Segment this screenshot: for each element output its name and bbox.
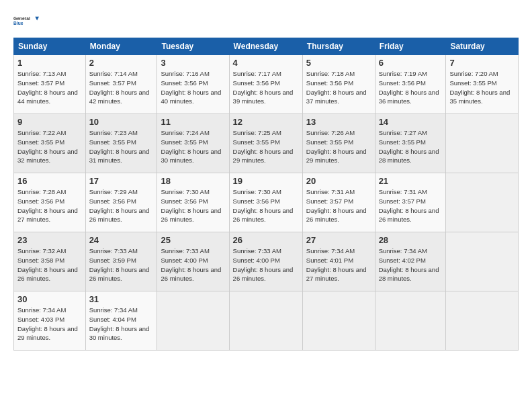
- day-info: Sunrise: 7:29 AMSunset: 3:56 PMDaylight:…: [89, 187, 154, 224]
- logo: General Blue: [13, 11, 39, 31]
- day-info: Sunrise: 7:25 AMSunset: 3:55 PMDaylight:…: [233, 128, 299, 165]
- day-info: Sunrise: 7:33 AMSunset: 4:00 PMDaylight:…: [233, 246, 299, 283]
- calendar-header-tuesday: Tuesday: [157, 38, 229, 55]
- day-number: 11: [161, 117, 225, 127]
- calendar-cell: [446, 173, 519, 232]
- calendar-cell: 9 Sunrise: 7:22 AMSunset: 3:55 PMDayligh…: [14, 114, 86, 173]
- svg-text:Blue: Blue: [13, 21, 24, 26]
- calendar-cell: 26 Sunrise: 7:33 AMSunset: 4:00 PMDaylig…: [229, 232, 302, 291]
- calendar-header-row: SundayMondayTuesdayWednesdayThursdayFrid…: [14, 38, 519, 55]
- calendar-cell: 25 Sunrise: 7:33 AMSunset: 4:00 PMDaylig…: [157, 232, 229, 291]
- day-info: Sunrise: 7:26 AMSunset: 3:55 PMDaylight:…: [306, 128, 371, 165]
- day-info: Sunrise: 7:18 AMSunset: 3:56 PMDaylight:…: [306, 69, 371, 106]
- calendar-week-row: 9 Sunrise: 7:22 AMSunset: 3:55 PMDayligh…: [14, 114, 519, 173]
- day-number: 18: [161, 176, 225, 186]
- header: General Blue: [13, 11, 519, 31]
- calendar-header-thursday: Thursday: [302, 38, 375, 55]
- calendar-cell: 12 Sunrise: 7:25 AMSunset: 3:55 PMDaylig…: [229, 114, 302, 173]
- calendar-cell: 1 Sunrise: 7:13 AMSunset: 3:57 PMDayligh…: [14, 55, 86, 114]
- calendar-cell: 16 Sunrise: 7:28 AMSunset: 3:56 PMDaylig…: [14, 173, 86, 232]
- calendar-cell: 24 Sunrise: 7:33 AMSunset: 3:59 PMDaylig…: [85, 232, 157, 291]
- day-number: 4: [233, 58, 299, 68]
- svg-marker-2: [35, 17, 39, 21]
- logo-svg: General Blue: [13, 11, 39, 31]
- day-number: 25: [161, 235, 225, 245]
- day-info: Sunrise: 7:20 AMSunset: 3:55 PMDaylight:…: [449, 69, 515, 106]
- day-info: Sunrise: 7:30 AMSunset: 3:56 PMDaylight:…: [161, 187, 225, 224]
- calendar-header-monday: Monday: [85, 38, 157, 55]
- day-number: 26: [233, 235, 299, 245]
- day-number: 5: [306, 58, 371, 68]
- day-number: 9: [17, 117, 82, 127]
- calendar-cell: 14 Sunrise: 7:27 AMSunset: 3:55 PMDaylig…: [375, 114, 446, 173]
- calendar-cell: 3 Sunrise: 7:16 AMSunset: 3:56 PMDayligh…: [157, 55, 229, 114]
- calendar-cell: 5 Sunrise: 7:18 AMSunset: 3:56 PMDayligh…: [302, 55, 375, 114]
- calendar-cell: 7 Sunrise: 7:20 AMSunset: 3:55 PMDayligh…: [446, 55, 519, 114]
- day-number: 17: [89, 176, 154, 186]
- calendar-cell: 17 Sunrise: 7:29 AMSunset: 3:56 PMDaylig…: [85, 173, 157, 232]
- day-info: Sunrise: 7:28 AMSunset: 3:56 PMDaylight:…: [17, 187, 82, 224]
- calendar-cell: 19 Sunrise: 7:30 AMSunset: 3:56 PMDaylig…: [229, 173, 302, 232]
- day-info: Sunrise: 7:33 AMSunset: 4:00 PMDaylight:…: [161, 246, 225, 283]
- day-info: Sunrise: 7:34 AMSunset: 4:03 PMDaylight:…: [17, 306, 82, 342]
- day-info: Sunrise: 7:34 AMSunset: 4:04 PMDaylight:…: [89, 306, 154, 342]
- calendar-cell: 21 Sunrise: 7:31 AMSunset: 3:57 PMDaylig…: [375, 173, 446, 232]
- day-number: 3: [161, 58, 225, 68]
- calendar-cell: [229, 291, 302, 351]
- page: General Blue SundayMondayTuesdayWednesda…: [0, 0, 532, 411]
- day-info: Sunrise: 7:23 AMSunset: 3:55 PMDaylight:…: [89, 128, 154, 165]
- day-number: 28: [379, 235, 443, 245]
- day-number: 1: [17, 58, 82, 68]
- calendar-header-sunday: Sunday: [14, 38, 86, 55]
- day-info: Sunrise: 7:14 AMSunset: 3:57 PMDaylight:…: [89, 69, 154, 106]
- day-number: 13: [306, 117, 371, 127]
- day-info: Sunrise: 7:13 AMSunset: 3:57 PMDaylight:…: [17, 69, 82, 106]
- calendar-cell: [157, 291, 229, 351]
- calendar-cell: 13 Sunrise: 7:26 AMSunset: 3:55 PMDaylig…: [302, 114, 375, 173]
- day-info: Sunrise: 7:17 AMSunset: 3:56 PMDaylight:…: [233, 69, 299, 106]
- calendar-table: SundayMondayTuesdayWednesdayThursdayFrid…: [13, 38, 519, 351]
- day-info: Sunrise: 7:22 AMSunset: 3:55 PMDaylight:…: [17, 128, 82, 165]
- day-number: 30: [17, 294, 82, 304]
- calendar-cell: 23 Sunrise: 7:32 AMSunset: 3:58 PMDaylig…: [14, 232, 86, 291]
- day-info: Sunrise: 7:19 AMSunset: 3:56 PMDaylight:…: [379, 69, 443, 106]
- day-number: 10: [89, 117, 154, 127]
- day-info: Sunrise: 7:27 AMSunset: 3:55 PMDaylight:…: [379, 128, 443, 165]
- calendar-week-row: 16 Sunrise: 7:28 AMSunset: 3:56 PMDaylig…: [14, 173, 519, 232]
- calendar-cell: 31 Sunrise: 7:34 AMSunset: 4:04 PMDaylig…: [85, 291, 157, 351]
- day-info: Sunrise: 7:34 AMSunset: 4:01 PMDaylight:…: [306, 246, 371, 283]
- calendar-cell: 27 Sunrise: 7:34 AMSunset: 4:01 PMDaylig…: [302, 232, 375, 291]
- calendar-cell: 18 Sunrise: 7:30 AMSunset: 3:56 PMDaylig…: [157, 173, 229, 232]
- calendar-header-saturday: Saturday: [446, 38, 519, 55]
- day-number: 21: [379, 176, 443, 186]
- day-number: 23: [17, 235, 82, 245]
- calendar-cell: 6 Sunrise: 7:19 AMSunset: 3:56 PMDayligh…: [375, 55, 446, 114]
- calendar-header-wednesday: Wednesday: [229, 38, 302, 55]
- day-info: Sunrise: 7:31 AMSunset: 3:57 PMDaylight:…: [379, 187, 443, 224]
- day-number: 24: [89, 235, 154, 245]
- calendar-cell: 20 Sunrise: 7:31 AMSunset: 3:57 PMDaylig…: [302, 173, 375, 232]
- calendar-cell: [302, 291, 375, 351]
- calendar-header-friday: Friday: [375, 38, 446, 55]
- calendar-cell: 4 Sunrise: 7:17 AMSunset: 3:56 PMDayligh…: [229, 55, 302, 114]
- day-number: 12: [233, 117, 299, 127]
- calendar-cell: 30 Sunrise: 7:34 AMSunset: 4:03 PMDaylig…: [14, 291, 86, 351]
- day-info: Sunrise: 7:16 AMSunset: 3:56 PMDaylight:…: [161, 69, 225, 106]
- day-info: Sunrise: 7:31 AMSunset: 3:57 PMDaylight:…: [306, 187, 371, 224]
- day-info: Sunrise: 7:34 AMSunset: 4:02 PMDaylight:…: [379, 246, 443, 283]
- calendar-week-row: 1 Sunrise: 7:13 AMSunset: 3:57 PMDayligh…: [14, 55, 519, 114]
- day-info: Sunrise: 7:33 AMSunset: 3:59 PMDaylight:…: [89, 246, 154, 283]
- day-number: 19: [233, 176, 299, 186]
- day-info: Sunrise: 7:32 AMSunset: 3:58 PMDaylight:…: [17, 246, 82, 283]
- day-number: 6: [379, 58, 443, 68]
- calendar-cell: [446, 114, 519, 173]
- calendar-cell: [375, 291, 446, 351]
- day-number: 20: [306, 176, 371, 186]
- day-number: 14: [379, 117, 443, 127]
- calendar-cell: [446, 291, 519, 351]
- day-number: 31: [89, 294, 154, 304]
- day-info: Sunrise: 7:24 AMSunset: 3:55 PMDaylight:…: [161, 128, 225, 165]
- day-number: 2: [89, 58, 154, 68]
- day-info: Sunrise: 7:30 AMSunset: 3:56 PMDaylight:…: [233, 187, 299, 224]
- calendar-cell: 2 Sunrise: 7:14 AMSunset: 3:57 PMDayligh…: [85, 55, 157, 114]
